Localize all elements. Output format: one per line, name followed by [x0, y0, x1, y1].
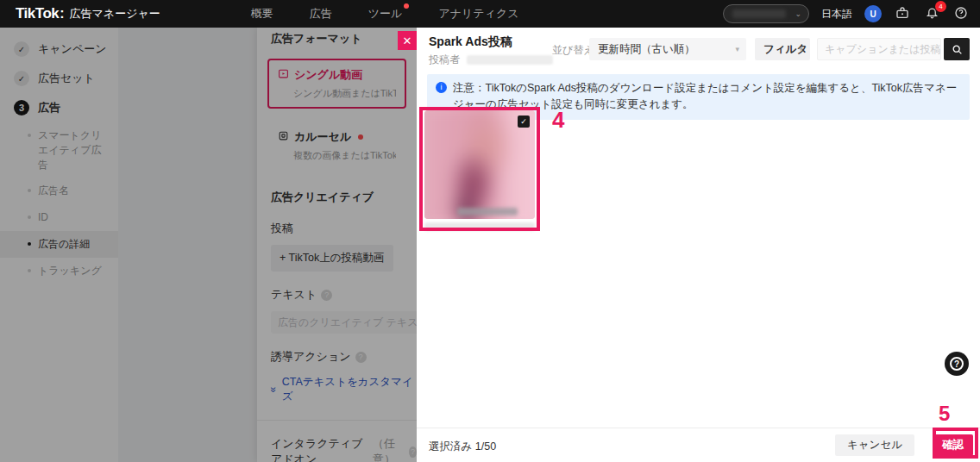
info-icon: i	[436, 82, 447, 93]
modal-controls: 並び替え 更新時間（古い順） ▾ フィルタ ▾ キャプションまたは投稿IDで	[417, 38, 971, 60]
filter-button[interactable]: フィルタ ▾	[755, 38, 810, 60]
nav-link-ads[interactable]: 広告	[310, 6, 332, 22]
modal-backdrop[interactable]	[0, 28, 417, 462]
tiktok-ads-manager-page: TikTok : 広告マネージャー 概要 広告 ツール アナリティクス ⌄ 日本…	[0, 0, 980, 462]
thumbnail-caption-redacted	[457, 208, 518, 215]
checkbox-checked[interactable]: ✓	[518, 116, 530, 128]
search-input[interactable]: キャプションまたは投稿IDで	[817, 38, 941, 60]
bell-badge: 4	[935, 1, 946, 12]
account-selector[interactable]: ⌄	[723, 4, 809, 23]
product-name: 広告マネージャー	[70, 6, 160, 22]
nav-link-tools[interactable]: ツール	[368, 6, 403, 22]
account-name-redacted	[732, 9, 786, 18]
modal-footer: 選択済み 1/50 キャンセル 確認	[417, 428, 980, 462]
avatar[interactable]: U	[864, 5, 882, 22]
post-caption-redacted	[424, 222, 535, 231]
top-navbar: TikTok : 広告マネージャー 概要 広告 ツール アナリティクス ⌄ 日本…	[0, 0, 980, 28]
selected-count: 選択済み 1/50	[429, 440, 496, 454]
spark-ads-modal: Spark Ads投稿 投稿者 並び替え 更新時間（古い順） ▾ フィルタ ▾ …	[417, 28, 980, 462]
sort-label: 並び替え	[552, 43, 594, 58]
nav-link-overview[interactable]: 概要	[251, 6, 273, 22]
confirm-button[interactable]: 確認	[933, 434, 973, 456]
annotation-number-4: 4	[552, 107, 564, 134]
nav-link-analytics[interactable]: アナリティクス	[438, 6, 518, 22]
help-fab-button[interactable]: ?	[945, 352, 969, 376]
tiktok-logo-mark: :	[60, 6, 64, 22]
close-icon[interactable]: ✕	[398, 31, 417, 50]
notice-text: 注意：TikTokのSpark Ads投稿のダウンロード設定またはコメント設定を…	[453, 82, 957, 110]
navbar-right: ⌄ 日本語 U 4	[723, 0, 970, 28]
chevron-down-icon: ▾	[799, 45, 803, 53]
help-icon[interactable]	[952, 6, 970, 22]
sort-select[interactable]: 更新時間（古い順） ▾	[589, 38, 746, 60]
chevron-down-icon: ▾	[735, 45, 739, 53]
search-button[interactable]	[944, 38, 970, 60]
notification-dot	[404, 3, 409, 9]
cancel-button[interactable]: キャンセル	[835, 434, 914, 456]
annotation-number-5: 5	[939, 402, 950, 426]
tiktok-logo[interactable]: TikTok	[16, 5, 59, 22]
nav-links: 概要 広告 ツール アナリティクス	[251, 6, 519, 22]
bell-icon[interactable]: 4	[923, 6, 940, 22]
chevron-down-icon: ⌄	[795, 9, 801, 18]
spark-post-card[interactable]: ✓	[424, 110, 535, 219]
language-selector[interactable]: 日本語	[821, 7, 852, 22]
briefcase-icon[interactable]	[894, 6, 911, 22]
